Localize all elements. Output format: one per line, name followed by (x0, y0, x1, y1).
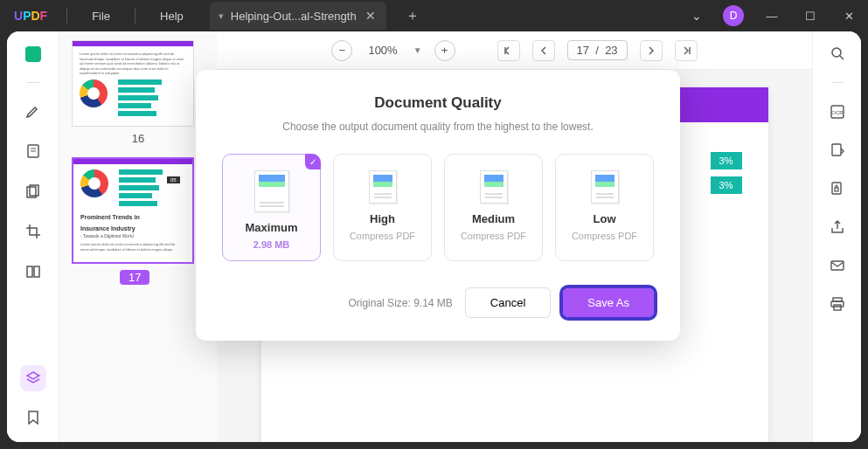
quality-thumb-icon (254, 170, 289, 212)
titlebar: UPDF File Help ▾ Helping-Out...al-Streng… (0, 0, 868, 31)
svg-rect-2 (29, 54, 38, 56)
svg-rect-14 (835, 188, 838, 191)
highlight-icon[interactable] (21, 99, 45, 123)
tab-indicator-icon: ▾ (219, 10, 224, 22)
quality-sub: Compress PDF (561, 231, 648, 241)
original-size-label: Original Size: 9.14 MB (348, 297, 452, 309)
right-rail: OCR (812, 31, 861, 442)
quality-thumb-icon (480, 170, 508, 204)
new-tab-button[interactable]: ＋ (399, 7, 427, 25)
protect-icon[interactable] (828, 179, 847, 198)
save-as-button[interactable]: Save As (563, 288, 654, 317)
reader-mode-icon[interactable] (21, 42, 45, 66)
svg-rect-8 (34, 266, 39, 277)
ocr-icon[interactable]: OCR (828, 102, 847, 121)
user-avatar[interactable]: D (723, 5, 744, 26)
donut-chart-icon (80, 79, 108, 107)
svg-rect-7 (27, 266, 32, 277)
share-icon[interactable] (828, 218, 847, 237)
quality-thumb-icon (591, 170, 619, 204)
quality-option-medium[interactable]: Medium Compress PDF (444, 154, 543, 261)
cancel-button[interactable]: Cancel (465, 287, 551, 318)
quality-option-low[interactable]: Low Compress PDF (555, 154, 654, 261)
zoom-level[interactable]: 100% (365, 42, 400, 59)
thumbnail-label-active: 17 (120, 270, 149, 285)
last-page-button[interactable] (675, 40, 698, 61)
window-maximize-button[interactable]: ☐ (791, 10, 830, 23)
svg-text:OCR: OCR (831, 110, 844, 115)
quality-sub: Compress PDF (339, 231, 426, 241)
next-page-button[interactable] (640, 40, 663, 61)
zoom-out-button[interactable]: − (331, 40, 352, 61)
quality-title: Medium (450, 212, 537, 225)
quality-title: High (339, 212, 426, 225)
menu-help[interactable]: Help (141, 10, 203, 23)
zoom-dropdown-icon[interactable]: ▼ (413, 45, 422, 55)
section-number: 05 (167, 176, 180, 183)
app-logo: UPDF (0, 9, 61, 23)
window-close-button[interactable]: ✕ (830, 10, 868, 23)
left-rail (7, 31, 59, 442)
svg-point-9 (832, 48, 841, 57)
svg-rect-17 (831, 301, 844, 307)
edit-page-icon[interactable] (21, 139, 45, 163)
organize-pages-icon[interactable] (21, 179, 45, 204)
dropdown-icon[interactable]: ⌄ (679, 9, 714, 23)
svg-rect-1 (29, 51, 38, 52)
quality-option-high[interactable]: High Compress PDF (333, 154, 432, 261)
tab-title: Helping-Out...al-Strength (231, 10, 357, 23)
convert-icon[interactable] (828, 141, 847, 160)
check-icon: ✓ (305, 154, 321, 169)
bookmark-icon[interactable] (21, 405, 45, 430)
thumb-heading: Prominent Trends in (80, 214, 185, 220)
quality-title: Maximum (228, 221, 315, 234)
svg-rect-18 (834, 305, 841, 310)
zoom-in-button[interactable]: + (434, 40, 455, 61)
search-icon[interactable] (828, 44, 847, 63)
thumbnail-label: 16 (72, 132, 205, 145)
page-number-input[interactable]: 17 / 23 (567, 40, 628, 60)
crop-icon[interactable] (21, 219, 45, 244)
menu-file[interactable]: File (73, 10, 129, 23)
quality-thumb-icon (369, 170, 397, 204)
document-quality-dialog: Document Quality Choose the output docum… (196, 70, 680, 341)
thumbnail-page-16[interactable]: Lorem ipsum dolor sit amet consectetur a… (72, 40, 194, 127)
svg-rect-3 (29, 58, 34, 59)
layers-icon[interactable] (20, 365, 46, 391)
svg-rect-15 (831, 261, 844, 270)
close-tab-icon[interactable]: ✕ (364, 9, 378, 23)
data-badge: 3% (711, 152, 742, 169)
svg-rect-12 (832, 144, 841, 155)
print-icon[interactable] (828, 294, 847, 314)
quality-size: 2.98 MB (228, 239, 315, 250)
compare-icon[interactable] (21, 259, 45, 284)
thumb-heading: Insurance Industry (80, 225, 185, 231)
dialog-title: Document Quality (222, 94, 654, 112)
thumb-subheading: - Towards a Digitized World (80, 233, 185, 238)
prev-page-button[interactable] (532, 40, 555, 61)
view-toolbar: − 100% ▼ + 17 / 23 (217, 31, 812, 70)
email-icon[interactable] (828, 256, 847, 275)
quality-option-maximum[interactable]: ✓ Maximum 2.98 MB (222, 154, 321, 261)
quality-sub: Compress PDF (450, 231, 537, 241)
donut-chart-icon (80, 169, 108, 197)
dialog-subtitle: Choose the output document quality from … (222, 121, 654, 133)
window-minimize-button[interactable]: — (753, 10, 791, 23)
quality-title: Low (561, 212, 648, 225)
thumbnail-panel[interactable]: Lorem ipsum dolor sit amet consectetur a… (59, 31, 217, 442)
thumbnail-page-17[interactable]: 05 Prominent Trends in Insurance Industr… (72, 157, 194, 264)
data-badge: 3% (711, 176, 742, 194)
first-page-button[interactable] (497, 40, 520, 61)
document-tab[interactable]: ▾ Helping-Out...al-Strength ✕ (210, 2, 386, 30)
